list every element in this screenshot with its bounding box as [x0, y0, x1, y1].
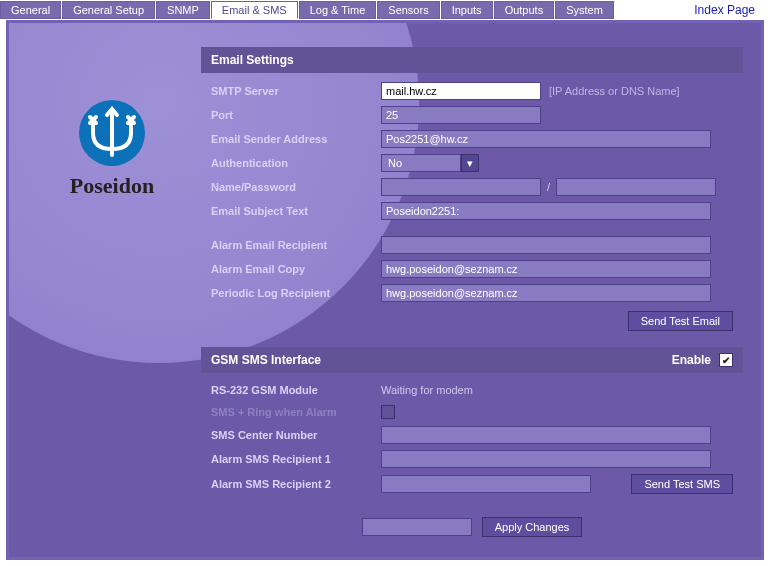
port-input[interactable]	[381, 106, 541, 124]
alarm-recipient-label: Alarm Email Recipient	[211, 239, 381, 251]
sms-section-title-text: GSM SMS Interface	[211, 353, 321, 367]
sms-ring-label: SMS + Ring when Alarm	[211, 406, 381, 418]
logo: Poseidon	[47, 97, 177, 199]
trident-icon	[76, 97, 148, 169]
tab-system[interactable]: System	[555, 1, 614, 19]
rs232-label: RS-232 GSM Module	[211, 384, 381, 396]
tab-email-sms[interactable]: Email & SMS	[211, 1, 298, 19]
name-input[interactable]	[381, 178, 541, 196]
periodic-log-label: Periodic Log Recipient	[211, 287, 381, 299]
alarm-copy-input[interactable]	[381, 260, 711, 278]
name-password-label: Name/Password	[211, 181, 381, 193]
subject-input[interactable]	[381, 202, 711, 220]
sender-input[interactable]	[381, 130, 711, 148]
tab-sensors[interactable]: Sensors	[377, 1, 439, 19]
tab-snmp[interactable]: SNMP	[156, 1, 210, 19]
sms-section-title: GSM SMS Interface Enable ✔	[201, 347, 743, 373]
tab-outputs[interactable]: Outputs	[494, 1, 555, 19]
password-input[interactable]	[556, 178, 716, 196]
alarm-recipient-input[interactable]	[381, 236, 711, 254]
subject-label: Email Subject Text	[211, 205, 381, 217]
tab-bar: General General Setup SNMP Email & SMS L…	[0, 0, 773, 20]
send-test-email-button[interactable]: Send Test Email	[628, 311, 733, 331]
smtp-hint: [IP Address or DNS Name]	[549, 85, 680, 97]
sms-ring-checkbox[interactable]	[381, 405, 395, 419]
tab-log-time[interactable]: Log & Time	[299, 1, 377, 19]
sms-center-label: SMS Center Number	[211, 429, 381, 441]
sms-center-input[interactable]	[381, 426, 711, 444]
sms-r2-input[interactable]	[381, 475, 591, 493]
tab-inputs[interactable]: Inputs	[441, 1, 493, 19]
sms-r1-label: Alarm SMS Recipient 1	[211, 453, 381, 465]
logo-text: Poseidon	[47, 173, 177, 199]
index-page-link[interactable]: Index Page	[694, 3, 755, 17]
alarm-copy-label: Alarm Email Copy	[211, 263, 381, 275]
enable-checkbox[interactable]: ✔	[719, 353, 733, 367]
periodic-log-input[interactable]	[381, 284, 711, 302]
auth-label: Authentication	[211, 157, 381, 169]
smtp-server-label: SMTP Server	[211, 85, 381, 97]
tab-general[interactable]: General	[0, 1, 61, 19]
tab-general-setup[interactable]: General Setup	[62, 1, 155, 19]
send-test-sms-button[interactable]: Send Test SMS	[631, 474, 733, 494]
port-label: Port	[211, 109, 381, 121]
sms-r1-input[interactable]	[381, 450, 711, 468]
rs232-status: Waiting for modem	[381, 384, 473, 396]
auth-select[interactable]: No ▾	[381, 154, 479, 172]
auth-select-value: No	[381, 154, 461, 172]
footer-field[interactable]	[362, 518, 472, 536]
email-section-title: Email Settings	[201, 47, 743, 73]
enable-label: Enable	[672, 353, 711, 367]
content-area: Email Settings SMTP Server [IP Address o…	[201, 47, 743, 545]
chevron-down-icon[interactable]: ▾	[461, 154, 479, 172]
apply-changes-button[interactable]: Apply Changes	[482, 517, 583, 537]
name-password-sep: /	[547, 181, 550, 193]
sender-label: Email Sender Address	[211, 133, 381, 145]
sms-r2-label: Alarm SMS Recipient 2	[211, 478, 381, 490]
footer-bar: Apply Changes	[201, 511, 743, 545]
smtp-server-input[interactable]	[381, 82, 541, 100]
main-frame: Poseidon Email Settings SMTP Server [IP …	[6, 20, 764, 560]
